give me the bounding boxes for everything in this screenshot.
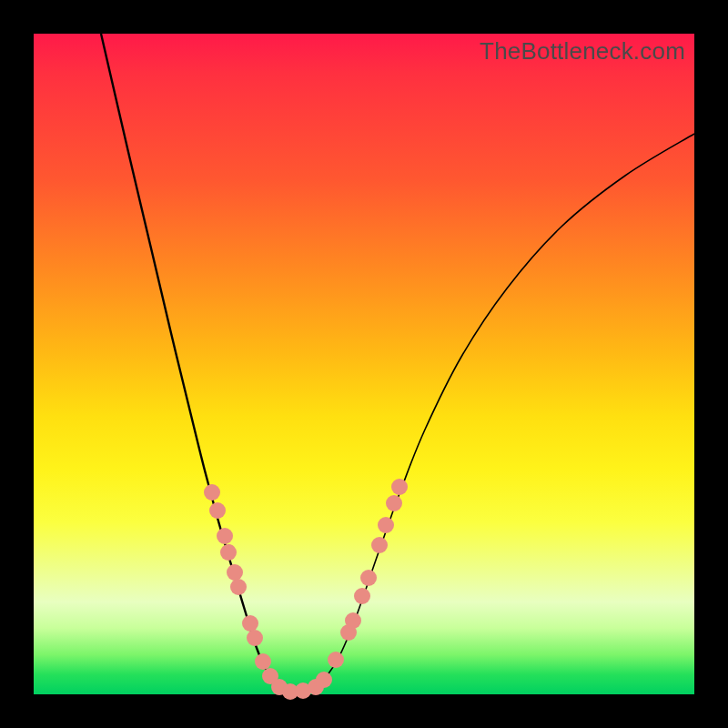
data-dot bbox=[217, 528, 233, 544]
data-dot bbox=[255, 653, 271, 670]
data-dot bbox=[227, 564, 243, 581]
data-dot bbox=[386, 495, 402, 511]
data-dot bbox=[345, 612, 361, 629]
left-curve bbox=[101, 34, 294, 692]
data-dot bbox=[360, 570, 377, 586]
data-dot bbox=[391, 479, 408, 495]
data-dot bbox=[316, 672, 332, 688]
data-dot bbox=[371, 537, 388, 553]
chart-frame: TheBottleneck.com bbox=[0, 0, 728, 728]
data-dot bbox=[230, 579, 247, 595]
data-dot bbox=[328, 652, 344, 668]
data-dot bbox=[242, 615, 258, 632]
data-dot bbox=[204, 484, 220, 500]
curves-svg bbox=[34, 34, 694, 694]
data-dot bbox=[220, 544, 237, 561]
dots-group bbox=[204, 479, 408, 700]
data-dot bbox=[209, 502, 226, 519]
data-dot bbox=[247, 630, 263, 646]
plot-area: TheBottleneck.com bbox=[34, 34, 694, 694]
right-curve bbox=[294, 134, 694, 692]
data-dot bbox=[354, 588, 370, 604]
data-dot bbox=[378, 517, 394, 533]
